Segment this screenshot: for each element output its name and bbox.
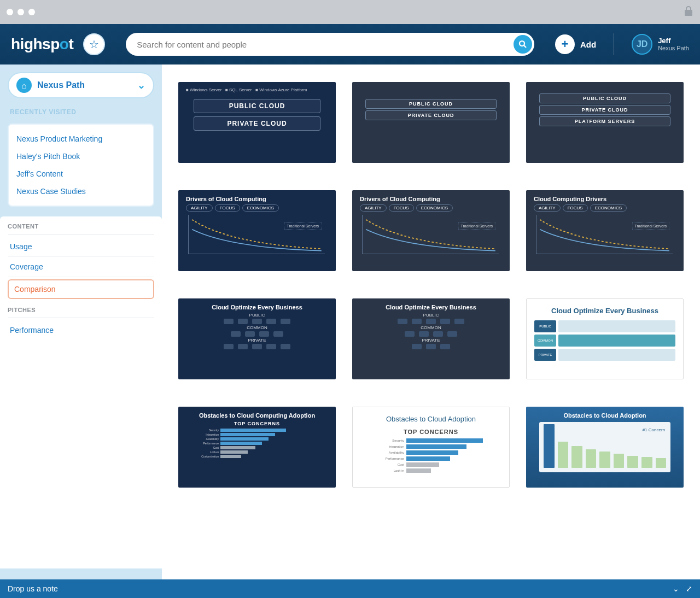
slide-thumbnail[interactable]: Drivers of Cloud Computing AGILITY FOCUS… [178, 190, 336, 271]
recent-item[interactable]: Nexus Product Marketing [16, 130, 145, 148]
user-text: Jeff Nexus Path [658, 37, 689, 52]
home-icon: ⌂ [16, 78, 32, 93]
add-label: Add [580, 40, 596, 49]
recent-card: Nexus Product Marketing Haley's Pitch Bo… [8, 124, 154, 207]
slide-thumbnail[interactable]: PUBLIC CLOUD PRIVATE CLOUD PLATFORM SERV… [526, 82, 684, 163]
bar-label: PLATFORM SERVERS [539, 116, 670, 126]
lock-icon [684, 5, 693, 19]
slide-thumbnail[interactable]: ■ Windows Server ■ SQL Server ■ Windows … [178, 82, 336, 163]
collapse-icon[interactable]: ⌄ [673, 584, 679, 593]
org-name: Nexus Path [37, 80, 85, 90]
pitches-header: PITCHES [8, 307, 154, 318]
thumb-title: Obstacles to Cloud Adoption [534, 412, 676, 419]
add-button[interactable]: + Add [555, 34, 596, 54]
thumb-title: Obstacles to Cloud Adoption [360, 415, 501, 423]
bookmark-button[interactable]: ☆ [83, 33, 105, 55]
window-controls[interactable] [7, 9, 35, 15]
sidebar: ⌂ Nexus Path ⌄ RECENTLY VISITED Nexus Pr… [0, 65, 162, 579]
svg-line-1 [524, 45, 526, 48]
app-header: highspot ☆ + Add JD Jeff Nexus Path [0, 24, 700, 65]
chevron-down-icon: ⌄ [137, 79, 145, 91]
slide-thumbnail[interactable]: Cloud Optimize Every Business PUBLICCOMM… [526, 298, 684, 379]
slide-thumbnail[interactable]: PUBLIC CLOUD PRIVATE CLOUD [352, 82, 510, 163]
side-nav-groups: CONTENT Usage Coverage Comparison PITCHE… [0, 216, 162, 568]
avatar: JD [632, 34, 652, 55]
slide-thumbnail[interactable]: Obstacles to Cloud Computing Adoption TO… [178, 407, 336, 488]
bar-label: PUBLIC CLOUD [194, 99, 320, 113]
bar-label: PRIVATE CLOUD [539, 105, 670, 115]
nav-usage[interactable]: Usage [8, 237, 154, 257]
nav-performance[interactable]: Performance [8, 320, 154, 340]
bar-label: PRIVATE CLOUD [194, 116, 320, 131]
slide-thumbnail[interactable]: Cloud Computing Drivers AGILITY FOCUS EC… [526, 190, 684, 271]
bar-label: PUBLIC CLOUD [539, 93, 670, 103]
footer-note[interactable]: Drop us a note [8, 584, 58, 593]
divider [614, 33, 614, 55]
recent-section-title: RECENTLY VISITED [8, 106, 154, 116]
slide-thumbnail[interactable]: Cloud Optimize Every Business PUBLIC COM… [352, 298, 510, 379]
nav-coverage[interactable]: Coverage [8, 257, 154, 277]
thumb-title: Drivers of Cloud Computing [360, 196, 502, 202]
thumb-title: Drivers of Cloud Computing [186, 196, 328, 202]
slide-thumbnail[interactable]: Drivers of Cloud Computing AGILITY FOCUS… [352, 190, 510, 271]
window-titlebar [0, 0, 700, 24]
maximize-dot[interactable] [28, 9, 35, 15]
bar-chart: #1 Concern [539, 422, 670, 472]
logo: highspot [11, 36, 73, 53]
thumb-title: Cloud Computing Drivers [534, 196, 676, 202]
thumb-title: Obstacles to Cloud Computing Adoption [186, 412, 328, 419]
slide-thumbnail[interactable]: Obstacles to Cloud Adoption #1 Concern [526, 407, 684, 488]
main-content: ■ Windows Server ■ SQL Server ■ Windows … [162, 65, 700, 579]
user-menu[interactable]: JD Jeff Nexus Path [632, 34, 689, 55]
slide-thumbnail[interactable]: Cloud Optimize Every Business PUBLIC COM… [178, 298, 336, 379]
footer-bar: Drop us a note ⌄ ⤢ [0, 579, 700, 598]
slide-thumbnail[interactable]: Obstacles to Cloud Adoption TOP CONCERNS… [352, 407, 510, 488]
expand-icon[interactable]: ⤢ [686, 584, 692, 593]
recent-item[interactable]: Haley's Pitch Book [16, 148, 145, 165]
minimize-dot[interactable] [18, 9, 24, 15]
recent-item[interactable]: Jeff's Content [16, 165, 145, 183]
thumb-title: Cloud Optimize Every Business [186, 304, 328, 310]
recent-item[interactable]: Nexus Case Studies [16, 183, 145, 200]
search-icon [518, 39, 528, 49]
bar-label: PRIVATE CLOUD [365, 110, 497, 120]
search-button[interactable] [514, 35, 532, 54]
svg-point-0 [520, 41, 524, 46]
plus-icon: + [562, 37, 569, 51]
star-icon: ☆ [89, 38, 99, 51]
content-header: CONTENT [8, 223, 154, 234]
search-container [126, 33, 534, 56]
thumb-title: Cloud Optimize Every Business [534, 307, 675, 315]
bar-label: PUBLIC CLOUD [365, 99, 497, 109]
search-input[interactable] [126, 33, 534, 56]
nav-comparison[interactable]: Comparison [8, 279, 154, 299]
org-selector[interactable]: ⌂ Nexus Path ⌄ [8, 72, 154, 98]
thumb-title: Cloud Optimize Every Business [360, 304, 502, 310]
close-dot[interactable] [7, 9, 13, 15]
